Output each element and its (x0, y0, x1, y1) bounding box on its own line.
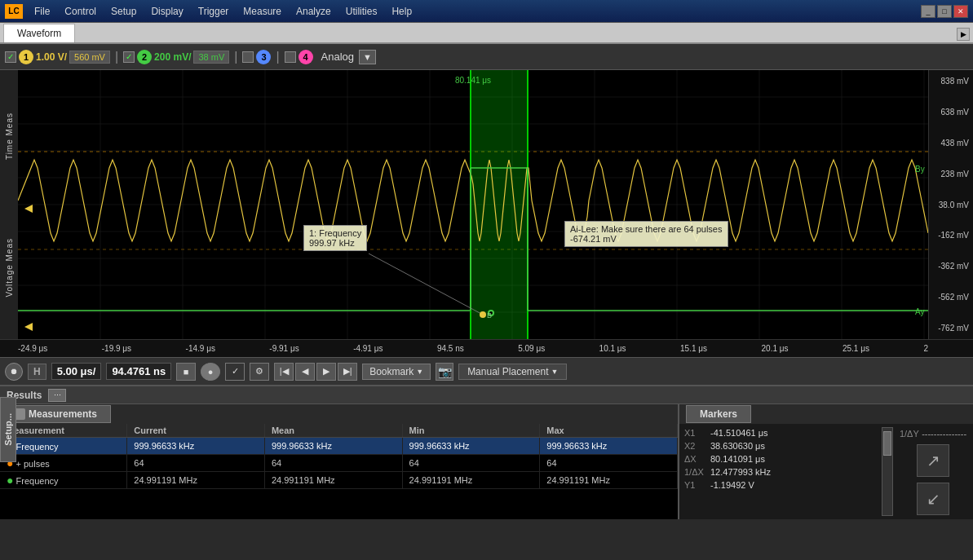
settings-button[interactable]: ⚙ (250, 363, 269, 381)
svg-text:Ay: Ay (915, 307, 925, 316)
markers-scrollbar[interactable] (882, 427, 893, 516)
col-measurement: Measurement (0, 424, 127, 438)
axis-val-8: -762 mV (931, 324, 971, 333)
x1-label: X1 (684, 428, 710, 438)
table-row[interactable]: ● Frequency 999.96633 kHz 999.96633 kHz … (0, 438, 678, 455)
menu-file[interactable]: File (28, 4, 56, 19)
tab-arrow[interactable]: ▶ (957, 28, 970, 41)
menu-analyze[interactable]: Analyze (290, 4, 338, 19)
dx-value: 80.141091 μs (710, 454, 765, 464)
time-offset-value[interactable]: 94.4761 ns (106, 363, 171, 380)
results-header: Results ⋯ (0, 386, 973, 404)
table-header-row: Measurement Current Mean Min Max (0, 424, 678, 438)
menu-setup[interactable]: Setup (104, 4, 143, 19)
stop-button[interactable]: ■ (176, 363, 196, 381)
meas-current-2: 24.991191 MHz (127, 472, 265, 489)
axis-val-3: 238 mV (931, 170, 971, 179)
time-1: -19.9 μs (102, 344, 131, 353)
time-right-num: 2 (923, 344, 928, 353)
markers-left: X1 -41.510461 μs X2 38.630630 μs ΔX 80.1… (683, 427, 878, 516)
svg-text:80.141 μs: 80.141 μs (455, 76, 491, 85)
marker-inv-dx-row: 1/ΔX 12.477993 kHz (683, 466, 878, 478)
markers-tab-button[interactable]: Markers (686, 405, 751, 423)
nav-prev[interactable]: ◀ (295, 363, 315, 381)
menu-help[interactable]: Help (385, 4, 418, 19)
axis-val-5: -162 mV (931, 231, 971, 240)
ch2-checkbox[interactable]: ✓ (123, 51, 135, 63)
ch4-number: 4 (299, 50, 313, 64)
analog-label: Analog (321, 51, 354, 63)
markers-right: 1/ΔY --------------- ↗ ↙ (896, 427, 970, 516)
ch-checkbox-ctrl[interactable]: ✓ (225, 363, 245, 381)
placement-dropdown[interactable]: Manual Placement ▼ (458, 364, 567, 380)
scope-canvas: 80.141 μs By Ay B 1: Frequency 999.97 kH… (18, 70, 928, 339)
x2-label: X2 (684, 441, 710, 451)
title-bar: LC File Control Setup Display Trigger Me… (0, 0, 973, 23)
bookmark-button[interactable]: Bookmark ▼ (362, 364, 431, 380)
results-resize[interactable]: ⋯ (48, 389, 66, 402)
expand-arrow-sw[interactable]: ↙ (917, 483, 949, 515)
menu-control[interactable]: Control (58, 4, 103, 19)
expand-arrow-ne[interactable]: ↗ (917, 444, 949, 477)
nav-first[interactable]: |◀ (274, 363, 294, 381)
record-button[interactable]: ● (201, 363, 220, 381)
y1-label: Y1 (684, 480, 710, 490)
menu-measure[interactable]: Measure (237, 4, 288, 19)
menu-utilities[interactable]: Utilities (339, 4, 384, 19)
menu-display[interactable]: Display (144, 4, 189, 19)
marker-x2-row: X2 38.630630 μs (683, 440, 878, 452)
meas-mean-1: 64 (264, 455, 402, 472)
camera-button[interactable]: 📷 (436, 363, 453, 381)
nav-buttons: |◀ ◀ ▶ ▶| (274, 363, 357, 381)
y1-value: -1.19492 V (710, 480, 754, 490)
measurements-tab-button[interactable]: Measurements (0, 405, 111, 423)
meas-max-0: 999.96633 kHz (540, 438, 678, 455)
maximize-button[interactable]: □ (937, 5, 952, 18)
x1-value: -41.510461 μs (710, 428, 768, 438)
nav-last[interactable]: ▶| (338, 363, 357, 381)
marker-x1-row: X1 -41.510461 μs (683, 427, 878, 439)
ch-separator-3: | (276, 50, 279, 64)
analog-dropdown[interactable]: ▼ (359, 50, 376, 64)
ch3-number: 3 (256, 50, 271, 64)
left-axis: Time Meas Voltage Meas (0, 70, 18, 339)
ch1-checkbox[interactable]: ✓ (5, 51, 16, 63)
measurements-panel: Measurements Measurement Current Mean Mi… (0, 404, 679, 519)
time-4: -4.91 μs (353, 344, 383, 353)
ch2-number: 2 (137, 50, 152, 64)
ch2-offset[interactable]: 38 mV (193, 51, 229, 64)
minimize-button[interactable]: _ (921, 5, 935, 18)
meas-name-0: ● Frequency (0, 438, 127, 455)
ch3-checkbox[interactable] (242, 51, 254, 63)
ch2-scale[interactable]: 200 mV/ (154, 51, 191, 63)
results-body: Measurements Measurement Current Mean Mi… (0, 404, 973, 519)
menu-trigger[interactable]: Trigger (192, 4, 236, 19)
nav-play[interactable]: ▶ (316, 363, 336, 381)
close-button[interactable]: ✕ (953, 5, 968, 18)
time-0: -24.9 μs (18, 344, 47, 353)
table-row[interactable]: ● Frequency 24.991191 MHz 24.991191 MHz … (0, 472, 678, 489)
tab-waveform[interactable]: Waveform (3, 24, 75, 42)
time-6: 5.09 μs (518, 344, 545, 353)
inv-dx-value: 12.477993 kHz (710, 467, 771, 477)
time-div-value[interactable]: 5.00 μs/ (51, 363, 102, 380)
run-stop-button[interactable]: ⏺ (5, 363, 23, 381)
svg-text:By: By (915, 165, 925, 174)
ch-separator-1: | (115, 50, 118, 64)
svg-text:B: B (487, 311, 492, 320)
ch1-scale[interactable]: 1.00 V/ (36, 51, 67, 63)
time-axis: -24.9 μs -19.9 μs -14.9 μs -9.91 μs -4.9… (0, 339, 973, 357)
inv-dy-group: 1/ΔY --------------- (900, 428, 966, 439)
inv-dx-label: 1/ΔX (684, 467, 710, 477)
ch1-offset[interactable]: 560 mV (69, 51, 110, 64)
axis-val-0: 838 mV (931, 77, 971, 86)
axis-val-6: -362 mV (931, 262, 971, 271)
inv-dy-value: --------------- (922, 429, 966, 439)
window-controls: _ □ ✕ (921, 5, 968, 18)
ch4-checkbox[interactable] (285, 51, 296, 63)
table-row[interactable]: ● + pulses 64 64 64 64 (0, 455, 678, 472)
channel-1-group: ✓ 1 1.00 V/ 560 mV (5, 50, 110, 64)
meas-min-2: 24.991191 MHz (402, 472, 540, 489)
setup-tab[interactable]: Setup... (0, 397, 16, 462)
scope-grid: 80.141 μs By Ay B (18, 70, 928, 339)
